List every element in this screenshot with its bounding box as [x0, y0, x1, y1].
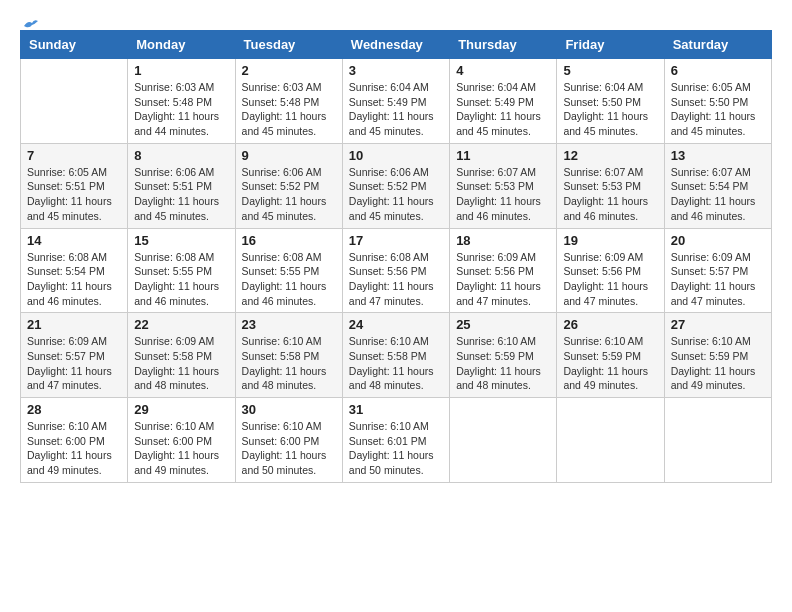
- calendar-cell: 20 Sunrise: 6:09 AM Sunset: 5:57 PM Dayl…: [664, 228, 771, 313]
- day-info: Sunrise: 6:09 AM Sunset: 5:56 PM Dayligh…: [456, 250, 550, 309]
- day-number: 26: [563, 317, 657, 332]
- calendar-cell: 15 Sunrise: 6:08 AM Sunset: 5:55 PM Dayl…: [128, 228, 235, 313]
- weekday-header: Wednesday: [342, 31, 449, 59]
- day-number: 23: [242, 317, 336, 332]
- daylight-label: Daylight: 11 hours and 46 minutes.: [563, 195, 648, 222]
- day-number: 30: [242, 402, 336, 417]
- sunrise-label: Sunrise: 6:06 AM: [349, 166, 429, 178]
- daylight-label: Daylight: 11 hours and 45 minutes.: [671, 110, 756, 137]
- day-number: 7: [27, 148, 121, 163]
- weekday-header: Tuesday: [235, 31, 342, 59]
- calendar-cell: 3 Sunrise: 6:04 AM Sunset: 5:49 PM Dayli…: [342, 59, 449, 144]
- sunrise-label: Sunrise: 6:05 AM: [671, 81, 751, 93]
- sunrise-label: Sunrise: 6:06 AM: [134, 166, 214, 178]
- daylight-label: Daylight: 11 hours and 50 minutes.: [242, 449, 327, 476]
- daylight-label: Daylight: 11 hours and 46 minutes.: [456, 195, 541, 222]
- sunrise-label: Sunrise: 6:07 AM: [456, 166, 536, 178]
- sunrise-label: Sunrise: 6:10 AM: [349, 420, 429, 432]
- daylight-label: Daylight: 11 hours and 48 minutes.: [456, 365, 541, 392]
- calendar-header: SundayMondayTuesdayWednesdayThursdayFrid…: [21, 31, 772, 59]
- day-info: Sunrise: 6:03 AM Sunset: 5:48 PM Dayligh…: [134, 80, 228, 139]
- calendar-cell: 26 Sunrise: 6:10 AM Sunset: 5:59 PM Dayl…: [557, 313, 664, 398]
- day-number: 5: [563, 63, 657, 78]
- sunrise-label: Sunrise: 6:10 AM: [349, 335, 429, 347]
- day-info: Sunrise: 6:05 AM Sunset: 5:51 PM Dayligh…: [27, 165, 121, 224]
- day-number: 16: [242, 233, 336, 248]
- calendar-cell: 24 Sunrise: 6:10 AM Sunset: 5:58 PM Dayl…: [342, 313, 449, 398]
- daylight-label: Daylight: 11 hours and 49 minutes.: [671, 365, 756, 392]
- calendar-cell: [557, 398, 664, 483]
- sunset-label: Sunset: 5:51 PM: [27, 180, 105, 192]
- sunset-label: Sunset: 5:59 PM: [563, 350, 641, 362]
- daylight-label: Daylight: 11 hours and 46 minutes.: [27, 280, 112, 307]
- daylight-label: Daylight: 11 hours and 45 minutes.: [242, 195, 327, 222]
- sunset-label: Sunset: 5:58 PM: [349, 350, 427, 362]
- calendar-cell: 17 Sunrise: 6:08 AM Sunset: 5:56 PM Dayl…: [342, 228, 449, 313]
- day-number: 3: [349, 63, 443, 78]
- daylight-label: Daylight: 11 hours and 45 minutes.: [456, 110, 541, 137]
- sunrise-label: Sunrise: 6:04 AM: [563, 81, 643, 93]
- daylight-label: Daylight: 11 hours and 46 minutes.: [242, 280, 327, 307]
- calendar-cell: 10 Sunrise: 6:06 AM Sunset: 5:52 PM Dayl…: [342, 143, 449, 228]
- day-info: Sunrise: 6:08 AM Sunset: 5:55 PM Dayligh…: [134, 250, 228, 309]
- day-info: Sunrise: 6:08 AM Sunset: 5:55 PM Dayligh…: [242, 250, 336, 309]
- calendar-cell: 5 Sunrise: 6:04 AM Sunset: 5:50 PM Dayli…: [557, 59, 664, 144]
- day-number: 13: [671, 148, 765, 163]
- daylight-label: Daylight: 11 hours and 45 minutes.: [27, 195, 112, 222]
- day-info: Sunrise: 6:04 AM Sunset: 5:49 PM Dayligh…: [456, 80, 550, 139]
- calendar-cell: 1 Sunrise: 6:03 AM Sunset: 5:48 PM Dayli…: [128, 59, 235, 144]
- sunset-label: Sunset: 5:52 PM: [349, 180, 427, 192]
- weekday-header: Monday: [128, 31, 235, 59]
- day-number: 11: [456, 148, 550, 163]
- day-number: 9: [242, 148, 336, 163]
- calendar-cell: 4 Sunrise: 6:04 AM Sunset: 5:49 PM Dayli…: [450, 59, 557, 144]
- daylight-label: Daylight: 11 hours and 49 minutes.: [134, 449, 219, 476]
- calendar-cell: 9 Sunrise: 6:06 AM Sunset: 5:52 PM Dayli…: [235, 143, 342, 228]
- sunrise-label: Sunrise: 6:10 AM: [671, 335, 751, 347]
- day-number: 17: [349, 233, 443, 248]
- sunset-label: Sunset: 6:01 PM: [349, 435, 427, 447]
- day-number: 20: [671, 233, 765, 248]
- sunrise-label: Sunrise: 6:04 AM: [456, 81, 536, 93]
- calendar-week-row: 21 Sunrise: 6:09 AM Sunset: 5:57 PM Dayl…: [21, 313, 772, 398]
- calendar-week-row: 14 Sunrise: 6:08 AM Sunset: 5:54 PM Dayl…: [21, 228, 772, 313]
- day-number: 22: [134, 317, 228, 332]
- calendar-cell: 28 Sunrise: 6:10 AM Sunset: 6:00 PM Dayl…: [21, 398, 128, 483]
- day-info: Sunrise: 6:06 AM Sunset: 5:52 PM Dayligh…: [349, 165, 443, 224]
- day-number: 25: [456, 317, 550, 332]
- sunset-label: Sunset: 5:50 PM: [671, 96, 749, 108]
- sunrise-label: Sunrise: 6:06 AM: [242, 166, 322, 178]
- daylight-label: Daylight: 11 hours and 50 minutes.: [349, 449, 434, 476]
- sunset-label: Sunset: 5:56 PM: [349, 265, 427, 277]
- calendar-cell: 25 Sunrise: 6:10 AM Sunset: 5:59 PM Dayl…: [450, 313, 557, 398]
- sunset-label: Sunset: 5:57 PM: [27, 350, 105, 362]
- weekday-row: SundayMondayTuesdayWednesdayThursdayFrid…: [21, 31, 772, 59]
- calendar-cell: 23 Sunrise: 6:10 AM Sunset: 5:58 PM Dayl…: [235, 313, 342, 398]
- calendar-cell: 14 Sunrise: 6:08 AM Sunset: 5:54 PM Dayl…: [21, 228, 128, 313]
- calendar-week-row: 7 Sunrise: 6:05 AM Sunset: 5:51 PM Dayli…: [21, 143, 772, 228]
- sunrise-label: Sunrise: 6:07 AM: [671, 166, 751, 178]
- weekday-header: Friday: [557, 31, 664, 59]
- calendar-cell: 8 Sunrise: 6:06 AM Sunset: 5:51 PM Dayli…: [128, 143, 235, 228]
- daylight-label: Daylight: 11 hours and 47 minutes.: [27, 365, 112, 392]
- sunrise-label: Sunrise: 6:10 AM: [27, 420, 107, 432]
- sunset-label: Sunset: 5:53 PM: [563, 180, 641, 192]
- day-number: 4: [456, 63, 550, 78]
- sunrise-label: Sunrise: 6:10 AM: [456, 335, 536, 347]
- daylight-label: Daylight: 11 hours and 46 minutes.: [671, 195, 756, 222]
- sunrise-label: Sunrise: 6:08 AM: [242, 251, 322, 263]
- day-number: 14: [27, 233, 121, 248]
- sunset-label: Sunset: 6:00 PM: [242, 435, 320, 447]
- sunset-label: Sunset: 5:56 PM: [563, 265, 641, 277]
- calendar-cell: [21, 59, 128, 144]
- day-info: Sunrise: 6:10 AM Sunset: 6:00 PM Dayligh…: [27, 419, 121, 478]
- calendar-cell: 12 Sunrise: 6:07 AM Sunset: 5:53 PM Dayl…: [557, 143, 664, 228]
- day-number: 28: [27, 402, 121, 417]
- daylight-label: Daylight: 11 hours and 49 minutes.: [27, 449, 112, 476]
- sunrise-label: Sunrise: 6:09 AM: [134, 335, 214, 347]
- calendar-cell: 30 Sunrise: 6:10 AM Sunset: 6:00 PM Dayl…: [235, 398, 342, 483]
- sunrise-label: Sunrise: 6:09 AM: [456, 251, 536, 263]
- sunrise-label: Sunrise: 6:03 AM: [242, 81, 322, 93]
- day-info: Sunrise: 6:08 AM Sunset: 5:56 PM Dayligh…: [349, 250, 443, 309]
- day-info: Sunrise: 6:10 AM Sunset: 5:59 PM Dayligh…: [456, 334, 550, 393]
